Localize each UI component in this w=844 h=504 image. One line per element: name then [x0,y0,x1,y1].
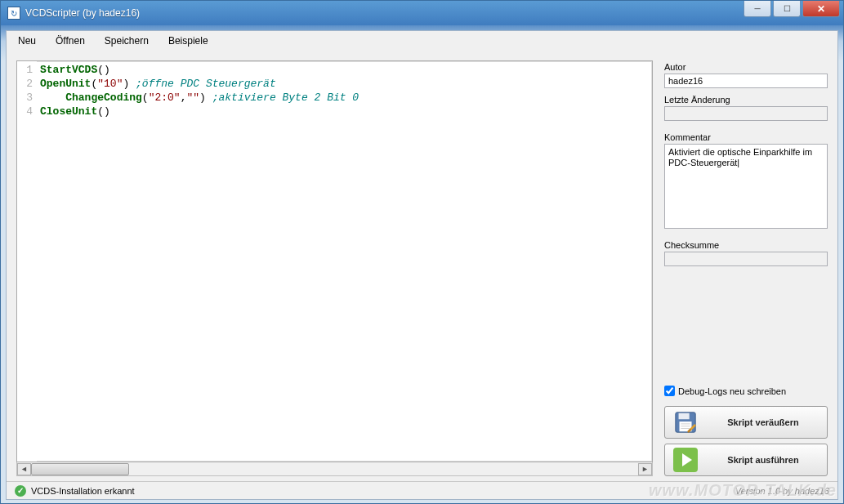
line-gutter: 1234 [17,61,37,462]
side-panel: Autor Letzte Änderung Kommentar Checksum… [664,60,828,476]
code-editor[interactable]: 1234 StartVCDS()OpenUnit("10") ;öffne PD… [16,60,653,462]
maximize-button[interactable]: ☐ [773,1,801,17]
main-body: 1234 StartVCDS()OpenUnit("10") ;öffne PD… [7,51,837,481]
comment-label: Kommentar [664,132,828,142]
scroll-thumb[interactable] [31,463,129,475]
minimize-icon: ─ [754,4,760,13]
menubar: Neu Öffnen Speichern Beispiele [7,31,837,51]
save-script-label: Skript veräußern [708,417,819,427]
status-ok-icon: ✓ [15,485,26,497]
debug-checkbox-row[interactable]: Debug-Logs neu schreiben [664,386,828,396]
scroll-track[interactable] [31,463,638,475]
play-icon [673,448,698,472]
window-frame: VCDScripter (by hadez16) ─ ☐ ✕ Neu Öffne… [0,0,844,504]
author-label: Autor [664,62,828,72]
status-text: VCDS-Installation erkannt [31,486,135,496]
menu-save[interactable]: Speichern [105,35,149,47]
checksum-input [664,252,828,266]
close-icon: ✕ [817,3,825,15]
debug-checkbox[interactable] [664,386,675,396]
status-bar: ✓ VCDS-Installation erkannt Version 1.0 … [7,481,837,499]
run-script-button[interactable]: Skript ausführen [664,444,828,476]
code-content[interactable]: StartVCDS()OpenUnit("10") ;öffne PDC Ste… [37,61,362,462]
checksum-label: Checksumme [664,240,828,250]
minimize-button[interactable]: ─ [744,1,771,17]
run-script-label: Skript ausführen [708,455,819,465]
titlebar[interactable]: VCDScripter (by hadez16) ─ ☐ ✕ [1,1,843,25]
author-input[interactable] [664,74,828,88]
save-script-button[interactable]: Skript veräußern [664,406,828,439]
maximize-icon: ☐ [784,4,791,13]
editor-wrap: 1234 StartVCDS()OpenUnit("10") ;öffne PD… [16,60,653,476]
client-area: Neu Öffnen Speichern Beispiele 1234 Star… [6,30,838,500]
lastchange-input [664,106,828,121]
version-text: Version 1.0 by hadez16 [735,486,829,496]
menu-examples[interactable]: Beispiele [168,35,208,47]
lastchange-label: Letzte Änderung [664,95,828,105]
menu-open[interactable]: Öffnen [56,35,85,47]
debug-label: Debug-Logs neu schreiben [678,386,786,396]
window-buttons: ─ ☐ ✕ [742,1,840,17]
scroll-right-arrow[interactable]: ► [638,463,652,475]
menu-new[interactable]: Neu [18,35,36,47]
floppy-icon [673,410,698,435]
close-button[interactable]: ✕ [802,1,840,17]
comment-textarea[interactable] [664,144,828,229]
svg-rect-1 [679,413,690,420]
app-icon [7,7,20,20]
scroll-left-arrow[interactable]: ◄ [17,463,31,475]
window-title: VCDScripter (by hadez16) [25,7,140,19]
horizontal-scrollbar[interactable]: ◄ ► [16,462,653,476]
